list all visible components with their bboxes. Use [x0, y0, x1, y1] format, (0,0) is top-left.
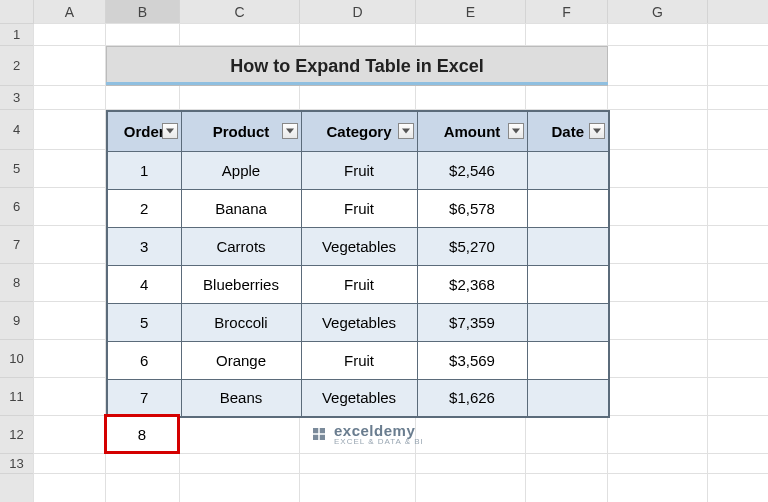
filter-dropdown-icon[interactable] [162, 123, 178, 139]
row-header-12[interactable]: 12 [0, 416, 33, 454]
cell-category[interactable]: Fruit [301, 151, 417, 189]
table-header-product[interactable]: Product [181, 111, 301, 151]
table-row[interactable]: 7BeansVegetables$1,626 [107, 379, 609, 417]
row-header-11[interactable]: 11 [0, 378, 33, 416]
table-header-order[interactable]: Order [107, 111, 181, 151]
cell-product[interactable]: Orange [181, 341, 301, 379]
cell-order[interactable]: 5 [107, 303, 181, 341]
table-header-category[interactable]: Category [301, 111, 417, 151]
filter-dropdown-icon[interactable] [282, 123, 298, 139]
cell-product[interactable]: Broccoli [181, 303, 301, 341]
title-cell: How to Expand Table in Excel [106, 46, 608, 86]
row-header-13[interactable]: 13 [0, 454, 33, 474]
watermark-sub: EXCEL & DATA & BI [334, 437, 424, 446]
col-header-C[interactable]: C [180, 0, 300, 23]
cell-category[interactable]: Vegetables [301, 303, 417, 341]
table-row[interactable]: 2BananaFruit$6,578 [107, 189, 609, 227]
cell-product[interactable]: Beans [181, 379, 301, 417]
row-header-2[interactable]: 2 [0, 46, 33, 86]
col-header-E[interactable]: E [416, 0, 526, 23]
row-header-6[interactable]: 6 [0, 188, 33, 226]
cell-amount[interactable]: $2,368 [417, 265, 527, 303]
table-row[interactable]: 6OrangeFruit$3,569 [107, 341, 609, 379]
cell-order[interactable]: 2 [107, 189, 181, 227]
cell-amount[interactable]: $3,569 [417, 341, 527, 379]
col-header-F[interactable]: F [526, 0, 608, 23]
row-header-1[interactable]: 1 [0, 24, 33, 46]
new-entry-cell[interactable]: 8 [104, 414, 180, 454]
table-header-label: Amount [444, 123, 501, 140]
cell-grid[interactable]: How to Expand Table in Excel OrderProduc… [34, 24, 768, 502]
row-header-10[interactable]: 10 [0, 340, 33, 378]
table-header-row: OrderProductCategoryAmountDate [107, 111, 609, 151]
column-headers: ABCDEFG [0, 0, 768, 24]
row-header-4[interactable]: 4 [0, 110, 33, 150]
table-header-label: Category [326, 123, 391, 140]
cell-date[interactable] [527, 379, 609, 417]
cell-product[interactable]: Carrots [181, 227, 301, 265]
data-table: OrderProductCategoryAmountDate 1AppleFru… [106, 110, 610, 418]
cell-date[interactable] [527, 151, 609, 189]
row-header-3[interactable]: 3 [0, 86, 33, 110]
cell-date[interactable] [527, 341, 609, 379]
cell-product[interactable]: Blueberries [181, 265, 301, 303]
cell-category[interactable]: Fruit [301, 265, 417, 303]
table-header-amount[interactable]: Amount [417, 111, 527, 151]
cell-product[interactable]: Apple [181, 151, 301, 189]
cell-amount[interactable]: $5,270 [417, 227, 527, 265]
table-row[interactable]: 5BroccoliVegetables$7,359 [107, 303, 609, 341]
table-header-date[interactable]: Date [527, 111, 609, 151]
cell-category[interactable]: Fruit [301, 341, 417, 379]
cell-order[interactable]: 4 [107, 265, 181, 303]
row-header-7[interactable]: 7 [0, 226, 33, 264]
table-header-label: Date [551, 123, 584, 140]
col-header-B[interactable]: B [106, 0, 180, 23]
cell-category[interactable]: Vegetables [301, 227, 417, 265]
table-row[interactable]: 4BlueberriesFruit$2,368 [107, 265, 609, 303]
cell-order[interactable]: 3 [107, 227, 181, 265]
cell-date[interactable] [527, 303, 609, 341]
title-underline [106, 82, 608, 85]
table-header-label: Product [213, 123, 270, 140]
col-header-A[interactable]: A [34, 0, 106, 23]
cell-category[interactable]: Fruit [301, 189, 417, 227]
cell-date[interactable] [527, 265, 609, 303]
cell-amount[interactable]: $2,546 [417, 151, 527, 189]
row-header-5[interactable]: 5 [0, 150, 33, 188]
filter-dropdown-icon[interactable] [398, 123, 414, 139]
col-header-G[interactable]: G [608, 0, 708, 23]
cell-order[interactable]: 1 [107, 151, 181, 189]
cell-order[interactable]: 7 [107, 379, 181, 417]
cell-amount[interactable]: $1,626 [417, 379, 527, 417]
cell-amount[interactable]: $7,359 [417, 303, 527, 341]
cell-amount[interactable]: $6,578 [417, 189, 527, 227]
cell-date[interactable] [527, 227, 609, 265]
cell-product[interactable]: Banana [181, 189, 301, 227]
filter-dropdown-icon[interactable] [508, 123, 524, 139]
row-header-9[interactable]: 9 [0, 302, 33, 340]
table-row[interactable]: 3CarrotsVegetables$5,270 [107, 227, 609, 265]
table-header-label: Order [124, 123, 165, 140]
title-text: How to Expand Table in Excel [230, 56, 484, 77]
filter-dropdown-icon[interactable] [589, 123, 605, 139]
spreadsheet-viewport: ABCDEFG 12345678910111213 How to Expand … [0, 0, 768, 502]
select-all-corner[interactable] [0, 0, 34, 23]
watermark: exceldemy EXCEL & DATA & BI [310, 422, 424, 446]
table-row[interactable]: 1AppleFruit$2,546 [107, 151, 609, 189]
row-headers: 12345678910111213 [0, 24, 34, 502]
cell-category[interactable]: Vegetables [301, 379, 417, 417]
col-header-D[interactable]: D [300, 0, 416, 23]
cell-order[interactable]: 6 [107, 341, 181, 379]
cell-date[interactable] [527, 189, 609, 227]
new-entry-value: 8 [138, 426, 146, 443]
exceldemy-logo-icon [310, 425, 328, 443]
row-header-8[interactable]: 8 [0, 264, 33, 302]
